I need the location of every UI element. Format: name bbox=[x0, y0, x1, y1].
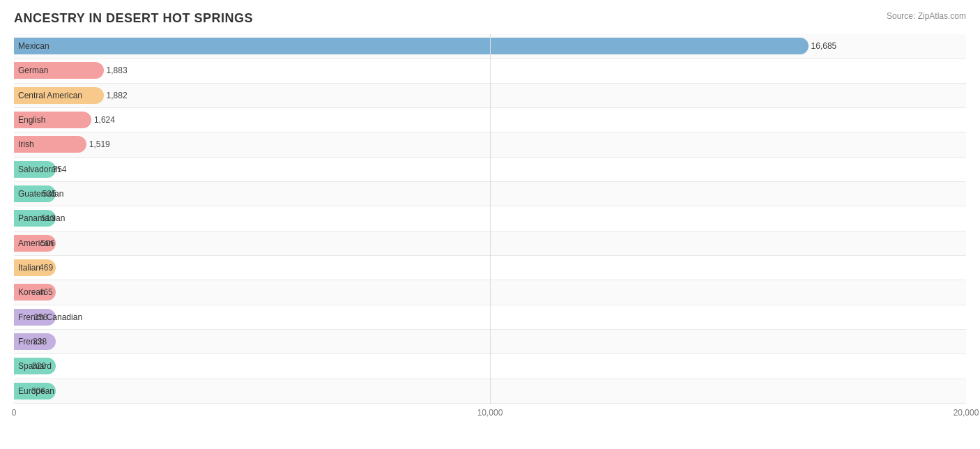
bar-label: English bbox=[18, 115, 45, 125]
bar-label: Mexican bbox=[18, 41, 49, 51]
bar-label: Guatemalan bbox=[18, 189, 63, 199]
x-tick: 10,000 bbox=[477, 408, 503, 418]
bar-value: 1,624 bbox=[94, 115, 115, 125]
bar-label: Italian bbox=[18, 263, 40, 273]
x-tick: 0 bbox=[12, 408, 17, 418]
x-axis: 010,00020,000 bbox=[14, 404, 966, 425]
bar-label: Central American bbox=[18, 91, 82, 100]
bar-label: Korean bbox=[18, 287, 45, 297]
bar-label: Spaniard bbox=[18, 361, 52, 371]
chart-area: Mexican 16,685 German 1,883 Central Amer… bbox=[14, 34, 966, 425]
bar-label: French bbox=[18, 337, 44, 347]
bars-section: Mexican 16,685 German 1,883 Central Amer… bbox=[14, 34, 966, 404]
chart-container: ANCESTRY IN DESERT HOT SPRINGS Source: Z… bbox=[0, 0, 980, 449]
bar-label: European bbox=[18, 386, 54, 396]
bar-label: American bbox=[18, 238, 54, 248]
bar-value: 1,883 bbox=[107, 66, 128, 75]
bar-label: Salvadoran bbox=[18, 165, 61, 174]
bar-value: 16,685 bbox=[811, 41, 837, 51]
bar-label: Irish bbox=[18, 139, 34, 149]
bar-fill bbox=[14, 38, 809, 54]
bar-value: 1,519 bbox=[89, 139, 110, 149]
bar-label: Panamanian bbox=[18, 213, 65, 223]
bar-label: French Canadian bbox=[18, 312, 82, 322]
chart-title: ANCESTRY IN DESERT HOT SPRINGS bbox=[14, 11, 966, 26]
bar-label: German bbox=[18, 66, 48, 75]
source-label: Source: ZipAtlas.com bbox=[887, 11, 966, 21]
x-tick: 20,000 bbox=[954, 408, 979, 418]
bar-value: 469 bbox=[39, 263, 53, 273]
bar-value: 1,882 bbox=[107, 91, 128, 100]
